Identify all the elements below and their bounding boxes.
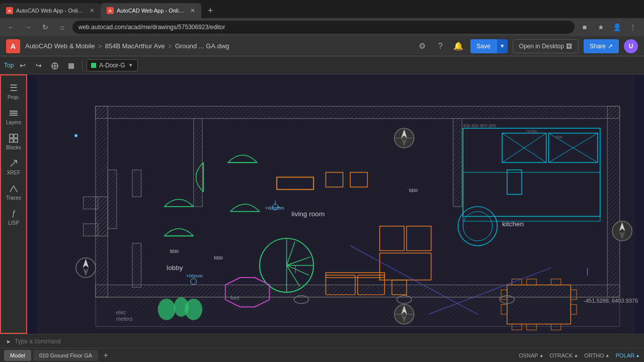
back-button[interactable]: ← xyxy=(4,20,18,34)
address-bar[interactable] xyxy=(72,21,575,34)
svg-rect-0 xyxy=(10,111,18,112)
cad-toolbar: Top ↩ ↪ ⨁ ▦ A-Door-G ▼ xyxy=(0,56,644,74)
sidebar-item-prop[interactable]: ☰ Prop. xyxy=(2,79,25,103)
xref-icon xyxy=(8,158,19,169)
otrack-toggle[interactable]: OTRACK ▲ xyxy=(550,352,579,358)
svg-rect-1 xyxy=(10,113,18,114)
svg-rect-6 xyxy=(14,139,18,142)
osnap-label: OSNAP xyxy=(519,352,538,358)
open-desktop-label: Open in Desktop xyxy=(519,43,564,50)
command-bar: ► xyxy=(0,334,644,348)
layer-selector[interactable]: A-Door-G ▼ xyxy=(87,59,137,71)
polar-arrow: ▲ xyxy=(635,353,640,358)
traces-icon xyxy=(8,183,19,194)
view-label: Top xyxy=(4,62,14,69)
tab-favicon-1: A xyxy=(6,7,13,14)
extensions-icon[interactable]: ■ xyxy=(578,20,592,34)
command-input[interactable] xyxy=(15,338,638,345)
svg-text:lobby: lobby xyxy=(167,264,183,272)
otrack-arrow: ▲ xyxy=(574,353,578,358)
coordinates-display: -451.5288, 6403.9376 xyxy=(584,298,638,304)
measure-button[interactable]: ▦ xyxy=(64,58,78,72)
notification-icon[interactable]: 🔔 xyxy=(451,39,465,53)
autocad-logo: A xyxy=(6,39,20,53)
layers-icon xyxy=(8,108,19,119)
save-dropdown-button[interactable]: ▼ xyxy=(497,39,508,53)
save-button[interactable]: Save xyxy=(470,39,496,53)
svg-rect-16 xyxy=(194,119,203,207)
svg-rect-4 xyxy=(14,134,18,138)
svg-text:|: | xyxy=(586,267,588,276)
open-desktop-button[interactable]: Open in Desktop 🖼 xyxy=(513,39,579,53)
redo-button[interactable]: ↪ xyxy=(32,58,46,72)
new-tab-button[interactable]: + xyxy=(203,4,217,18)
bookmark-icon[interactable]: ★ xyxy=(594,20,608,34)
undo-button[interactable]: ↩ xyxy=(16,58,30,72)
svg-rect-15 xyxy=(84,224,98,236)
tab-close-2[interactable]: ✕ xyxy=(190,7,195,14)
model-tab[interactable]: Model xyxy=(4,350,31,361)
browser-tab-2[interactable]: A AutoCAD Web App - Online CA... ✕ xyxy=(101,3,201,18)
tab-favicon-2: A xyxy=(107,7,114,14)
polar-toggle[interactable]: POLAR ▲ xyxy=(616,352,640,358)
refresh-button[interactable]: ↻ xyxy=(38,20,52,34)
tab-title-1: AutoCAD Web App - Online CA... xyxy=(16,8,85,14)
profile-icon[interactable]: 👤 xyxy=(610,20,624,34)
sidebar-label-lisp: LISP xyxy=(8,220,19,226)
app-header: A AutoCAD Web & Mobile > 854B MacArthur … xyxy=(0,36,644,56)
tab-close-1[interactable]: ✕ xyxy=(90,7,95,14)
user-avatar[interactable]: U xyxy=(624,39,638,53)
ortho-arrow: ▲ xyxy=(605,353,610,358)
sidebar-label-traces: Traces xyxy=(6,195,21,201)
svg-text:living room: living room xyxy=(291,210,325,218)
layer-color-dot xyxy=(91,63,96,68)
sidebar-item-traces[interactable]: Traces xyxy=(2,180,25,203)
svg-point-96 xyxy=(74,134,77,137)
ground-floor-tab[interactable]: 010 Ground Floor GA xyxy=(33,350,98,361)
share-button[interactable]: Share ↗ xyxy=(584,39,619,53)
prop-icon: ☰ xyxy=(8,82,19,94)
layer-name: A-Door-G xyxy=(99,62,125,69)
sidebar-item-blocks[interactable]: Blocks xyxy=(2,130,25,153)
save-group: Save ▼ xyxy=(470,39,507,53)
svg-text:|: | xyxy=(294,264,296,273)
breadcrumb-address[interactable]: 854B MacArthur Ave xyxy=(105,42,165,50)
svg-rect-18 xyxy=(108,170,117,229)
svg-rect-14 xyxy=(84,197,98,209)
svg-rect-12 xyxy=(607,106,619,297)
svg-text:600: 600 xyxy=(556,135,563,139)
sidebar-item-layers[interactable]: Layers xyxy=(2,105,25,128)
svg-text:400   600        800       600: 400 600 800 600 xyxy=(463,123,496,128)
svg-rect-2 xyxy=(10,115,18,116)
browser-tab-1[interactable]: A AutoCAD Web App - Online CA... ✕ xyxy=(0,3,101,18)
help-icon[interactable]: ? xyxy=(433,39,447,53)
add-tab-button[interactable]: + xyxy=(100,350,111,361)
otrack-label: OTRACK xyxy=(550,352,573,358)
breadcrumb-app[interactable]: AutoCAD Web & Mobile xyxy=(25,42,95,50)
floor-plan-svg: living room kitchen lobby font elec mete… xyxy=(27,74,644,334)
home-button[interactable]: ⌂ xyxy=(55,20,69,34)
ortho-label: ORTHO xyxy=(584,352,604,358)
breadcrumb: AutoCAD Web & Mobile > 854B MacArthur Av… xyxy=(25,42,229,50)
snap-button[interactable]: ⨁ xyxy=(48,58,62,72)
sidebar-item-lisp[interactable]: ƒ LISP xyxy=(2,205,25,228)
bottom-tabs: Model 010 Ground Floor GA + OSNAP ▲ OTRA… xyxy=(0,348,644,362)
toolbar-separator xyxy=(82,60,83,70)
settings-icon[interactable]: ⚙ xyxy=(415,39,429,53)
osnap-toggle[interactable]: OSNAP ▲ xyxy=(519,352,543,358)
blocks-icon xyxy=(8,133,19,144)
canvas-area[interactable]: living room kitchen lobby font elec mete… xyxy=(27,74,644,334)
command-arrow: ► xyxy=(6,338,12,344)
breadcrumb-file[interactable]: Ground ... GA.dwg xyxy=(175,42,229,50)
svg-text:fd30: fd30 xyxy=(409,188,418,193)
polar-label: POLAR xyxy=(616,352,634,358)
svg-text:fd30: fd30 xyxy=(170,249,179,254)
sidebar-item-xref[interactable]: XREF xyxy=(2,155,25,178)
forward-button[interactable]: → xyxy=(21,20,35,34)
sidebar-label-blocks: Blocks xyxy=(6,145,21,150)
svg-rect-19 xyxy=(132,170,141,197)
svg-text:+00mm: +00mm xyxy=(186,273,203,279)
settings-icon[interactable]: ⋮ xyxy=(626,20,640,34)
ortho-toggle[interactable]: ORTHO ▲ xyxy=(584,352,609,358)
header-icons: ⚙ ? 🔔 xyxy=(415,39,465,53)
